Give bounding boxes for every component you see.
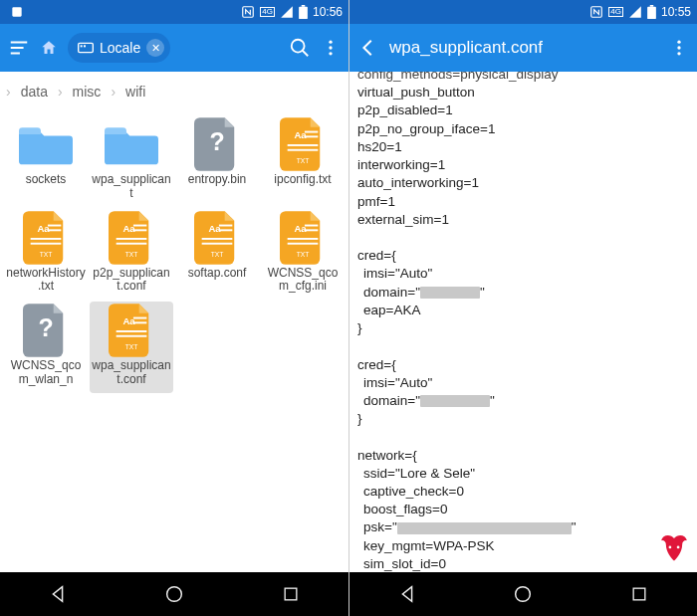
svg-rect-14 (305, 135, 318, 137)
status-bar: 4G 10:56 (0, 0, 348, 24)
svg-rect-37 (305, 224, 318, 226)
svg-point-8 (329, 41, 332, 44)
svg-point-49 (167, 587, 182, 602)
recents-button[interactable] (261, 576, 321, 612)
text-content[interactable]: config_methods=physical_displayvirtual_p… (349, 72, 697, 572)
text-line: } (357, 410, 689, 428)
item-label: WCNSS_qcom_cfg.ini (263, 267, 343, 295)
svg-rect-3 (302, 5, 306, 7)
more-icon[interactable] (669, 38, 689, 58)
text-line: p2p_no_group_iface=1 (357, 120, 689, 138)
text-line: auto_interworking=1 (357, 174, 689, 192)
nav-bar (349, 572, 697, 616)
svg-text:TXT: TXT (297, 251, 310, 258)
text-line: cred={ (357, 356, 689, 374)
svg-text:TXT: TXT (40, 251, 53, 258)
svg-rect-13 (305, 131, 318, 133)
storage-chip[interactable]: Locale ✕ (68, 33, 170, 63)
text-line: p2p_disabled=1 (357, 102, 689, 119)
svg-rect-34 (202, 242, 233, 244)
file-item[interactable]: AaTXTnetworkHistory.txt (4, 209, 88, 301)
close-icon[interactable]: ✕ (146, 39, 164, 57)
screenshot-icon (10, 5, 24, 19)
text-line: pmf=1 (357, 193, 689, 211)
text-line: network={ (357, 447, 689, 465)
svg-rect-33 (202, 238, 233, 240)
svg-rect-45 (133, 322, 146, 324)
text-line: domain="" (357, 284, 689, 302)
home-button[interactable] (144, 576, 204, 612)
folder-item[interactable]: sockets (4, 115, 88, 207)
svg-text:?: ? (209, 127, 224, 155)
text-line: cred={ (357, 247, 689, 265)
text-line: external_sim=1 (357, 211, 689, 229)
status-bar: 4G 10:55 (349, 0, 697, 24)
file-item[interactable]: ?entropy.bin (175, 115, 259, 207)
file-item[interactable]: ?WCNSS_qcom_wlan_n (4, 302, 88, 393)
breadcrumb-item[interactable]: data (11, 84, 58, 100)
storage-chip-label: Locale (100, 40, 140, 56)
back-icon[interactable] (357, 37, 379, 59)
svg-rect-39 (288, 238, 319, 240)
svg-text:TXT: TXT (125, 251, 138, 258)
more-icon[interactable] (321, 38, 341, 58)
item-label: networkHistory.txt (6, 267, 86, 295)
item-label: softap.conf (188, 267, 247, 281)
svg-point-57 (516, 587, 531, 602)
folder-item[interactable]: wpa_supplicant (90, 115, 173, 207)
item-label: WCNSS_qcom_wlan_n (6, 359, 86, 387)
text-line (357, 428, 689, 446)
svg-rect-4 (79, 43, 94, 52)
svg-rect-20 (48, 229, 61, 231)
file-grid: socketswpa_supplicant?entropy.binAaTXTip… (0, 111, 348, 397)
file-item[interactable]: AaTXTwpa_supplicant.conf (90, 302, 173, 393)
file-manager-pane: 4G 10:56 Locale ✕ › data › mis (0, 0, 348, 616)
svg-rect-53 (650, 5, 654, 7)
file-txt-icon: AaTXT (189, 213, 245, 263)
svg-rect-25 (133, 224, 146, 226)
folder-icon (104, 119, 159, 169)
svg-text:TXT: TXT (211, 251, 224, 258)
text-line: config_methods=physical_display (357, 72, 689, 84)
file-txt-icon: AaTXT (104, 306, 159, 355)
back-button[interactable] (377, 576, 437, 612)
recents-button[interactable] (609, 576, 669, 612)
file-title: wpa_supplicant.conf (389, 38, 543, 58)
search-icon[interactable] (289, 37, 311, 59)
text-line: ssid="Lore & Sele" (357, 465, 689, 483)
file-item[interactable]: AaTXTsoftap.conf (175, 209, 259, 301)
file-item[interactable]: AaTXTipconfig.txt (261, 115, 345, 207)
breadcrumb-item[interactable]: misc (63, 84, 112, 100)
svg-rect-52 (647, 7, 656, 19)
item-label: sockets (26, 173, 67, 187)
svg-rect-28 (116, 242, 147, 244)
svg-text:?: ? (38, 313, 53, 341)
svg-rect-5 (81, 45, 83, 47)
file-item[interactable]: AaTXTWCNSS_qcom_cfg.ini (261, 209, 345, 301)
svg-rect-27 (116, 238, 147, 240)
file-txt-icon: AaTXT (275, 119, 331, 169)
text-line: hs20=1 (357, 138, 689, 156)
file-txt-icon: AaTXT (275, 213, 331, 263)
svg-rect-46 (116, 330, 147, 332)
file-txt-icon: AaTXT (18, 213, 74, 263)
menu-icon[interactable] (8, 37, 30, 59)
file-unknown-icon: ? (189, 119, 245, 169)
data-4g-icon: 4G (608, 7, 623, 17)
svg-rect-21 (31, 238, 62, 240)
breadcrumb-item[interactable]: wifi (116, 84, 155, 100)
text-line (357, 229, 689, 247)
signal-icon (280, 5, 294, 19)
back-button[interactable] (28, 576, 88, 612)
text-line (357, 337, 689, 355)
text-line: domain="" (357, 392, 689, 410)
home-button[interactable] (493, 576, 553, 612)
item-label: wpa_supplicant (92, 173, 171, 201)
text-line: captive_check=0 (357, 483, 689, 501)
home-icon[interactable] (40, 39, 58, 57)
data-4g-icon: 4G (260, 7, 275, 17)
svg-rect-38 (305, 229, 318, 231)
text-line: sim_slot_id=0 (357, 555, 689, 572)
file-item[interactable]: AaTXTp2p_supplicant.conf (90, 209, 173, 301)
nav-bar (0, 572, 348, 616)
